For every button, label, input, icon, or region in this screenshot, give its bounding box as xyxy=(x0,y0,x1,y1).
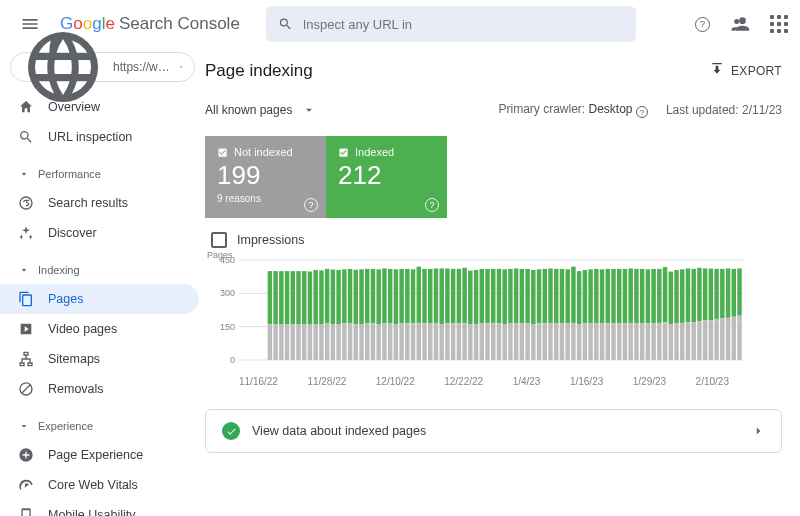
svg-rect-19 xyxy=(296,324,300,360)
svg-rect-156 xyxy=(691,269,695,322)
svg-rect-95 xyxy=(514,323,518,360)
impressions-label: Impressions xyxy=(237,233,304,247)
svg-rect-105 xyxy=(543,323,547,360)
nav-group-indexing[interactable]: Indexing xyxy=(0,256,205,284)
nav-mobile-usability[interactable]: Mobile Usability xyxy=(0,500,199,516)
nav-video-pages[interactable]: Video pages xyxy=(0,314,199,344)
svg-text:0: 0 xyxy=(230,355,235,365)
nav-group-experience[interactable]: Experience xyxy=(0,412,205,440)
nav-group-performance[interactable]: Performance xyxy=(0,160,205,188)
svg-rect-80 xyxy=(474,270,478,324)
users-icon[interactable] xyxy=(730,14,750,34)
svg-rect-58 xyxy=(411,269,415,323)
svg-rect-70 xyxy=(445,268,449,323)
svg-rect-48 xyxy=(382,268,386,323)
svg-rect-51 xyxy=(388,323,392,360)
svg-rect-133 xyxy=(623,323,627,360)
svg-rect-74 xyxy=(457,269,461,323)
svg-rect-147 xyxy=(663,322,667,360)
svg-rect-27 xyxy=(319,324,323,360)
svg-rect-67 xyxy=(434,323,438,360)
checkbox-icon xyxy=(217,147,228,158)
svg-rect-31 xyxy=(331,324,335,360)
svg-rect-49 xyxy=(382,323,386,360)
block-icon xyxy=(18,381,34,397)
nav-sitemaps[interactable]: Sitemaps xyxy=(0,344,199,374)
svg-rect-139 xyxy=(640,323,644,360)
url-inspect-search[interactable] xyxy=(266,6,636,42)
svg-rect-119 xyxy=(583,323,587,360)
svg-rect-53 xyxy=(394,324,398,360)
card-not-indexed[interactable]: Not indexed 199 9 reasons ? xyxy=(205,136,326,218)
svg-rect-158 xyxy=(697,268,701,321)
svg-rect-50 xyxy=(388,269,392,323)
nav-pages[interactable]: Pages xyxy=(0,284,199,314)
svg-rect-72 xyxy=(451,269,455,323)
help-icon[interactable]: ? xyxy=(695,17,710,32)
pages-filter-dropdown[interactable]: All known pages xyxy=(205,103,316,117)
nav-search-results[interactable]: Search results xyxy=(0,188,199,218)
svg-rect-59 xyxy=(411,323,415,360)
svg-rect-144 xyxy=(657,269,661,323)
export-button[interactable]: EXPORT xyxy=(709,63,782,79)
svg-rect-61 xyxy=(417,323,421,360)
svg-rect-25 xyxy=(313,324,317,360)
svg-rect-92 xyxy=(508,269,512,323)
svg-rect-16 xyxy=(291,271,295,324)
svg-rect-108 xyxy=(554,269,558,323)
svg-rect-64 xyxy=(428,269,432,323)
svg-rect-55 xyxy=(399,323,403,360)
svg-rect-47 xyxy=(376,324,380,360)
url-inspect-input[interactable] xyxy=(303,17,624,32)
card-indexed[interactable]: Indexed 212 ? xyxy=(326,136,447,218)
svg-rect-90 xyxy=(502,269,506,324)
svg-rect-161 xyxy=(703,320,707,360)
svg-rect-93 xyxy=(508,323,512,360)
svg-rect-162 xyxy=(709,269,713,320)
indexing-chart: Pages 0150300450 11/16/2211/28/2212/10/2… xyxy=(205,254,782,387)
svg-rect-163 xyxy=(709,320,713,360)
svg-rect-102 xyxy=(537,269,541,323)
svg-rect-172 xyxy=(737,268,741,315)
svg-rect-131 xyxy=(617,323,621,360)
page-title: Page indexing xyxy=(205,61,313,81)
svg-rect-43 xyxy=(365,323,369,360)
svg-rect-63 xyxy=(422,323,426,360)
svg-rect-155 xyxy=(686,322,690,360)
search-icon xyxy=(18,129,34,145)
chevron-down-icon xyxy=(18,168,30,180)
help-icon[interactable]: ? xyxy=(636,106,648,118)
indexed-count: 212 xyxy=(338,160,435,191)
check-circle-icon xyxy=(222,422,240,440)
svg-rect-99 xyxy=(525,323,529,360)
svg-rect-98 xyxy=(525,269,529,323)
help-icon[interactable]: ? xyxy=(425,198,439,212)
svg-rect-153 xyxy=(680,323,684,360)
phone-icon xyxy=(18,507,34,516)
svg-rect-135 xyxy=(628,323,632,360)
nav-removals[interactable]: Removals xyxy=(0,374,199,404)
not-indexed-count: 199 xyxy=(217,160,314,191)
chart-svg: 0150300450 xyxy=(209,254,749,374)
nav-core-web-vitals[interactable]: Core Web Vitals xyxy=(0,470,199,500)
circle-plus-icon xyxy=(18,447,34,463)
svg-rect-84 xyxy=(485,269,489,323)
svg-rect-142 xyxy=(651,269,655,323)
svg-rect-140 xyxy=(646,269,650,323)
svg-rect-164 xyxy=(714,269,718,319)
apps-icon[interactable] xyxy=(770,15,788,33)
help-icon[interactable]: ? xyxy=(304,198,318,212)
impressions-checkbox[interactable] xyxy=(211,232,227,248)
nav-discover[interactable]: Discover xyxy=(0,218,199,248)
svg-rect-73 xyxy=(451,323,455,360)
svg-rect-128 xyxy=(611,269,615,323)
svg-rect-107 xyxy=(548,323,552,360)
nav-url-inspection[interactable]: URL inspection xyxy=(0,122,199,152)
view-indexed-pages-link[interactable]: View data about indexed pages xyxy=(205,409,782,453)
svg-rect-66 xyxy=(434,268,438,322)
property-selector[interactable]: https://www.yoursit... xyxy=(10,52,195,82)
svg-rect-132 xyxy=(623,269,627,323)
search-icon xyxy=(278,16,293,32)
nav-page-experience[interactable]: Page Experience xyxy=(0,440,199,470)
chevron-right-icon xyxy=(751,424,765,438)
